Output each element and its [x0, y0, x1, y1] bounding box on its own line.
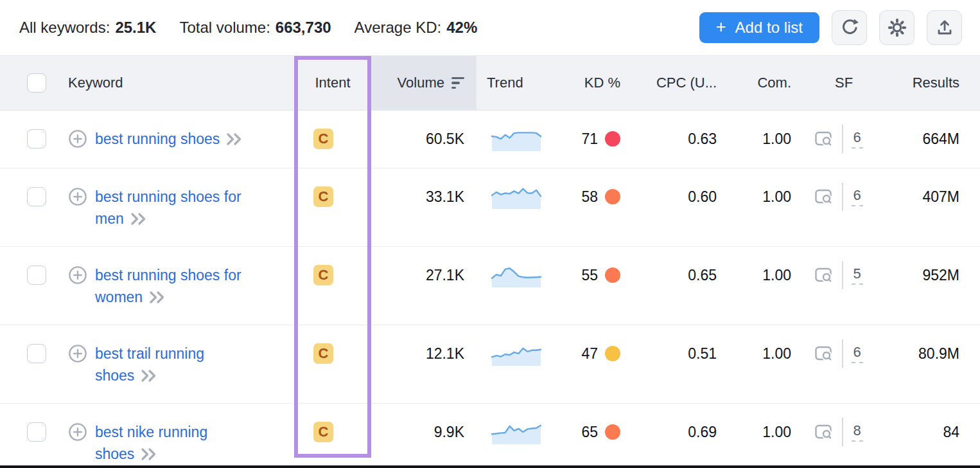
serp-features-count[interactable]: 8 — [852, 423, 863, 442]
trend-sparkline — [491, 341, 541, 366]
double-chevron-icon[interactable] — [140, 369, 158, 382]
expand-plus-icon[interactable] — [68, 266, 87, 285]
cpc-value: 0.60 — [688, 186, 717, 208]
row-checkbox[interactable] — [27, 129, 46, 148]
volume-header-label: Volume — [398, 75, 444, 91]
trend-sparkline — [491, 262, 541, 288]
double-chevron-icon[interactable] — [148, 291, 166, 304]
serp-preview-icon[interactable] — [814, 187, 834, 206]
settings-button[interactable] — [879, 10, 914, 45]
table-row[interactable]: best nike running shoes C 9.9K 65 0.69 1… — [0, 403, 980, 468]
serp-features-count[interactable]: 6 — [852, 188, 863, 206]
serp-features-count[interactable]: 5 — [852, 266, 863, 285]
competition-value: 1.00 — [762, 343, 791, 364]
results-value: 84 — [943, 421, 959, 443]
expand-plus-icon[interactable] — [68, 187, 87, 206]
expand-plus-icon[interactable] — [68, 129, 87, 148]
kd-difficulty-dot — [605, 346, 620, 361]
serp-features-count[interactable]: 6 — [852, 345, 863, 363]
double-chevron-icon[interactable] — [140, 447, 158, 461]
kd-difficulty-dot — [605, 131, 620, 147]
all-keywords-value: 25.1K — [115, 19, 156, 36]
intent-badge-commercial[interactable]: C — [313, 129, 333, 149]
intent-badge-commercial[interactable]: C — [313, 343, 333, 364]
serp-preview-icon[interactable] — [814, 129, 834, 148]
cpc-value: 0.51 — [688, 343, 717, 364]
row-checkbox[interactable] — [27, 187, 46, 206]
volume-value: 12.1K — [426, 343, 464, 364]
column-header-intent[interactable]: Intent — [294, 56, 371, 110]
row-checkbox[interactable] — [27, 422, 46, 442]
column-header-keyword[interactable]: Keyword — [67, 56, 294, 110]
kd-value: 58 — [581, 188, 598, 206]
cpc-value: 0.65 — [688, 264, 717, 286]
average-kd-stat: Average KD:42% — [354, 19, 478, 37]
cpc-value: 0.69 — [688, 421, 717, 443]
column-header-com[interactable]: Com. — [728, 56, 804, 110]
divider — [842, 339, 843, 368]
column-header-results[interactable]: Results — [881, 56, 980, 110]
intent-badge-commercial[interactable]: C — [313, 186, 333, 207]
keyword-link[interactable]: best running shoes for women — [95, 267, 241, 305]
row-checkbox[interactable] — [27, 344, 46, 363]
results-value: 80.9M — [918, 343, 959, 364]
divider — [842, 183, 843, 211]
keyword-link[interactable]: best running shoes — [95, 130, 220, 147]
double-chevron-icon[interactable] — [130, 212, 148, 226]
intent-badge-commercial[interactable]: C — [313, 265, 333, 285]
table-body: best running shoes C 60.5K 71 0.63 1.00 … — [0, 110, 980, 468]
column-header-volume[interactable]: Volume — [371, 56, 477, 110]
keyword-link[interactable]: best running shoes for men — [95, 188, 241, 227]
serp-preview-icon[interactable] — [814, 422, 834, 442]
average-kd-label: Average KD: — [354, 19, 442, 36]
column-header-sf[interactable]: SF — [804, 56, 881, 110]
refresh-icon — [840, 18, 859, 37]
competition-value: 1.00 — [762, 421, 791, 443]
column-header-cpc[interactable]: CPC (U... — [632, 56, 728, 110]
expand-plus-icon[interactable] — [68, 344, 87, 363]
average-kd-value: 42% — [446, 19, 477, 36]
table-row[interactable]: best running shoes for men C 33.1K 58 0.… — [0, 168, 980, 246]
divider — [842, 125, 843, 153]
refresh-button[interactable] — [832, 10, 867, 45]
volume-value: 33.1K — [426, 186, 464, 208]
row-checkbox[interactable] — [27, 266, 46, 285]
summary-stats: All keywords:25.1K Total volume:663,730 … — [19, 19, 477, 37]
volume-value: 60.5K — [426, 128, 464, 150]
divider — [842, 261, 843, 289]
plus-icon: + — [716, 19, 726, 36]
intent-badge-commercial[interactable]: C — [313, 422, 333, 442]
serp-preview-icon[interactable] — [814, 266, 834, 285]
all-keywords-label: All keywords: — [19, 19, 110, 36]
add-to-list-button[interactable]: + Add to list — [699, 12, 819, 43]
double-chevron-icon[interactable] — [225, 132, 243, 146]
serp-features-count[interactable]: 6 — [852, 130, 863, 148]
trend-sparkline — [491, 184, 541, 210]
kd-value: 47 — [581, 345, 598, 363]
divider — [842, 418, 843, 446]
competition-value: 1.00 — [762, 128, 791, 150]
table-row[interactable]: best trail running shoes C 12.1K 47 0.51… — [0, 325, 980, 403]
competition-value: 1.00 — [762, 186, 791, 208]
table-header: Keyword Intent Volume Trend KD % CPC (U.… — [0, 56, 980, 110]
export-icon — [936, 19, 954, 37]
serp-preview-icon[interactable] — [814, 344, 834, 363]
select-all-checkbox[interactable] — [27, 73, 46, 93]
results-value: 407M — [922, 186, 959, 208]
toolbar: All keywords:25.1K Total volume:663,730 … — [0, 0, 980, 56]
results-value: 952M — [922, 264, 959, 286]
all-keywords-stat: All keywords:25.1K — [19, 19, 156, 37]
volume-value: 27.1K — [426, 264, 464, 286]
settings-gear-icon — [888, 18, 907, 37]
column-header-kd[interactable]: KD % — [555, 56, 632, 110]
kd-difficulty-dot — [605, 424, 620, 440]
table-row[interactable]: best running shoes for women C 27.1K 55 … — [0, 246, 980, 325]
kd-difficulty-dot — [605, 267, 620, 283]
expand-plus-icon[interactable] — [68, 422, 87, 442]
table-row[interactable]: best running shoes C 60.5K 71 0.63 1.00 … — [0, 110, 980, 168]
column-header-trend[interactable]: Trend — [477, 56, 555, 110]
competition-value: 1.00 — [762, 264, 791, 286]
kd-difficulty-dot — [605, 189, 620, 204]
export-button[interactable] — [927, 10, 962, 45]
total-volume-label: Total volume: — [179, 19, 270, 36]
